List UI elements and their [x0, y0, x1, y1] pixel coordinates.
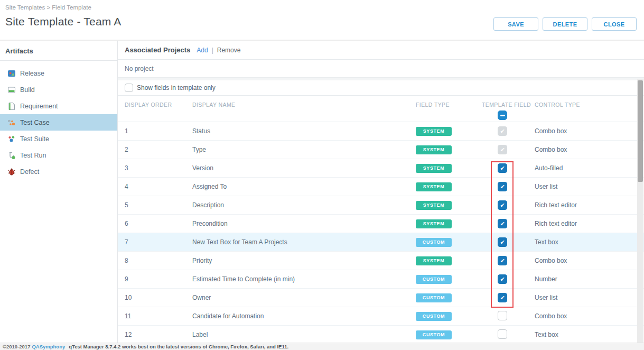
show-fields-label: Show fields in template only [137, 84, 216, 91]
template-field-cell [482, 219, 535, 228]
table-row[interactable]: 9 Estimated Time to Complete (in min) CU… [118, 270, 644, 289]
sidebar-item-test-suite[interactable]: Test Suite [0, 131, 117, 147]
display-name-cell: Assigned To [192, 183, 416, 190]
display-name-cell: Label [192, 331, 416, 338]
column-template-field-label: TEMPLATE FIELD [482, 102, 531, 108]
field-type-badge: SYSTEM [416, 256, 452, 265]
main-panel: Associated Projects Add | Remove No proj… [118, 41, 644, 343]
field-type-cell: SYSTEM [416, 256, 482, 265]
field-type-badge: SYSTEM [416, 182, 452, 191]
field-type-cell: SYSTEM [416, 182, 482, 191]
sidebar-item-label: Build [20, 86, 35, 94]
field-type-cell: SYSTEM [416, 201, 482, 210]
build-icon [7, 86, 16, 94]
table-row[interactable]: 5 Description SYSTEM Rich text editor [118, 196, 644, 215]
table-row[interactable]: 6 Precondition SYSTEM Rich text editor [118, 215, 644, 233]
show-fields-checkbox[interactable] [125, 84, 133, 92]
sidebar-item-test-run[interactable]: Test Run [0, 147, 117, 163]
breadcrumb: Site Templates > Field Template [5, 4, 638, 11]
field-type-cell: CUSTOM [416, 293, 482, 302]
table-row[interactable]: 3 Version SYSTEM Auto-filled [118, 159, 644, 178]
associated-projects-header: Associated Projects Add | Remove [118, 41, 644, 60]
qasymphony-link[interactable]: QASymphony [32, 344, 65, 349]
sidebar-item-label: Test Run [20, 152, 46, 159]
remove-project-link[interactable]: Remove [217, 47, 241, 54]
defect-icon [7, 168, 16, 176]
template-field-checkbox[interactable] [498, 329, 507, 339]
control-type-cell: User list [535, 183, 644, 190]
vertical-scrollbar-thumb[interactable] [638, 80, 643, 182]
display-name-cell: Status [192, 127, 416, 135]
close-button[interactable]: CLOSE [592, 17, 637, 31]
field-type-badge: CUSTOM [416, 238, 452, 247]
delete-button[interactable]: DELETE [543, 17, 587, 31]
sidebar-item-defect[interactable]: Defect [0, 163, 117, 180]
table-row[interactable]: 4 Assigned To SYSTEM User list [118, 178, 644, 196]
column-display-name: DISPLAY NAME [192, 102, 416, 122]
template-field-select-all-checkbox[interactable] [498, 110, 507, 120]
column-control-type: CONTROL TYPE [535, 102, 644, 122]
add-project-link[interactable]: Add [197, 47, 208, 54]
table-row[interactable]: 10 Owner CUSTOM User list [118, 289, 644, 307]
control-type-cell: Text box [535, 238, 644, 246]
table-row[interactable]: 12 Label CUSTOM Text box [118, 326, 644, 343]
field-type-cell: CUSTOM [416, 275, 482, 284]
template-field-cell [482, 237, 535, 247]
test-case-icon [7, 118, 16, 127]
control-type-cell: Rich text editor [535, 201, 644, 209]
template-field-checkbox[interactable] [498, 274, 507, 284]
vertical-scrollbar-track[interactable] [637, 79, 643, 343]
display-name-cell: Owner [192, 294, 416, 301]
template-field-checkbox[interactable] [498, 256, 507, 265]
table-row[interactable]: 7 New Text Box for Team A Projects CUSTO… [118, 233, 644, 252]
control-type-cell: User list [535, 294, 644, 301]
field-type-cell: CUSTOM [416, 238, 482, 247]
site-template-page: Site Templates > Field Template Site Tem… [0, 0, 644, 350]
footer-version-text: qTest Manager 8.7.4.2 works best on the … [69, 344, 288, 349]
sidebar-item-requirement[interactable]: Requirement [0, 98, 117, 114]
template-field-checkbox[interactable] [498, 219, 507, 228]
sidebar-item-label: Requirement [20, 103, 58, 110]
template-field-checkbox[interactable] [498, 293, 507, 302]
table-row[interactable]: 2 Type SYSTEM Combo box [118, 141, 644, 159]
footer: ©2010-2017 QASymphony qTest Manager 8.7.… [0, 343, 644, 350]
display-name-cell: Candidate for Automation [192, 312, 416, 320]
display-name-cell: New Text Box for Team A Projects [192, 238, 416, 246]
table-row[interactable]: 8 Priority SYSTEM Combo box [118, 252, 644, 270]
associated-projects-title: Associated Projects [125, 46, 190, 54]
filter-row: Show fields in template only [118, 80, 644, 96]
sidebar-item-release[interactable]: Release [0, 65, 117, 81]
template-field-checkbox[interactable] [498, 237, 507, 247]
field-type-badge: SYSTEM [416, 219, 452, 228]
display-order-cell: 6 [125, 220, 192, 227]
display-order-cell: 8 [125, 257, 192, 264]
table-body: 1 Status SYSTEM Combo box 2 Type SYSTEM … [118, 122, 644, 343]
column-field-type: FIELD TYPE [416, 102, 482, 122]
template-field-cell [482, 200, 535, 210]
column-display-order: DISPLAY ORDER [125, 102, 192, 122]
template-field-checkbox[interactable] [498, 311, 507, 320]
display-order-cell: 1 [125, 127, 192, 135]
save-button[interactable]: SAVE [493, 17, 538, 31]
template-field-checkbox[interactable] [498, 163, 507, 173]
table-row[interactable]: 1 Status SYSTEM Combo box [118, 122, 644, 141]
field-type-badge: CUSTOM [416, 330, 452, 339]
field-type-badge: SYSTEM [416, 201, 452, 210]
display-name-cell: Description [192, 201, 416, 209]
link-separator: | [212, 47, 213, 54]
release-icon [7, 69, 16, 78]
control-type-cell: Combo box [535, 257, 644, 264]
field-type-cell: SYSTEM [416, 127, 482, 136]
display-name-cell: Priority [192, 257, 416, 264]
display-name-cell: Precondition [192, 220, 416, 227]
sidebar-item-test-case[interactable]: Test Case [0, 114, 117, 131]
column-template-field: TEMPLATE FIELD [482, 102, 535, 122]
template-field-cell [482, 329, 535, 340]
template-field-checkbox[interactable] [498, 182, 507, 191]
control-type-cell: Number [535, 275, 644, 283]
template-field-checkbox[interactable] [498, 200, 507, 210]
footer-copyright: ©2010-2017 [3, 344, 30, 349]
sidebar-item-build[interactable]: Build [0, 81, 117, 98]
template-field-cell [482, 126, 535, 136]
table-row[interactable]: 11 Candidate for Automation CUSTOM Combo… [118, 307, 644, 326]
